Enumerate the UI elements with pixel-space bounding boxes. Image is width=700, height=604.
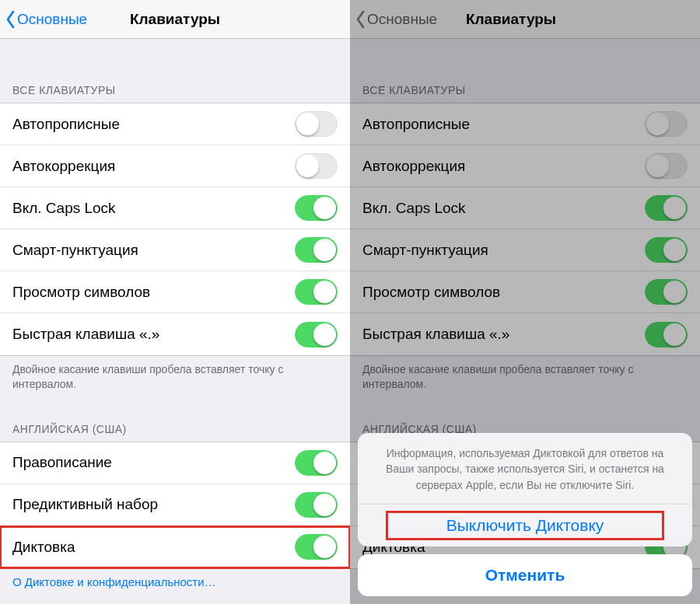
cancel-button[interactable]: Отменить — [358, 554, 692, 596]
row-char-preview[interactable]: Просмотр символов — [0, 271, 350, 313]
row-label: Вкл. Caps Lock — [12, 200, 116, 217]
section-footer-all-keyboards: Двойное касание клавиши пробела вставляе… — [0, 356, 350, 403]
toggle-smart-punct — [645, 237, 688, 263]
back-label: Основные — [367, 11, 437, 28]
settings-pane-right: Основные Клавиатуры ВСЕ КЛАВИАТУРЫ Автоп… — [350, 0, 700, 604]
row-label: Вкл. Caps Lock — [362, 200, 466, 217]
row-period-shortcut[interactable]: Быстрая клавиша «.» — [0, 313, 350, 355]
row-auto-correct: Автокоррекция — [350, 145, 700, 187]
chevron-left-icon — [5, 10, 16, 29]
row-label: Правописание — [12, 454, 112, 471]
toggle-spell-check[interactable] — [295, 450, 338, 476]
toggle-knob — [313, 239, 336, 261]
toggle-knob — [646, 155, 669, 177]
row-auto-correct[interactable]: Автокоррекция — [0, 145, 350, 187]
toggle-period-shortcut[interactable] — [295, 322, 338, 347]
group-all-keyboards: Автопрописные Автокоррекция Вкл. Caps Lo… — [350, 103, 700, 356]
settings-content: ВСЕ КЛАВИАТУРЫ Автопрописные Автокоррекц… — [0, 39, 350, 599]
row-label: Просмотр символов — [362, 284, 500, 301]
toggle-knob — [663, 197, 686, 219]
row-caps-lock: Вкл. Caps Lock — [350, 187, 700, 229]
toggle-smart-punct[interactable] — [295, 237, 338, 263]
disable-dictation-button[interactable]: Выключить Диктовку — [358, 504, 692, 546]
nav-title: Клавиатуры — [130, 11, 220, 28]
chevron-left-icon — [355, 10, 366, 29]
action-sheet-message: Информация, используемая Диктовкой для о… — [358, 433, 692, 504]
row-smart-punct: Смарт-пунктуация — [350, 229, 700, 271]
toggle-auto-correct[interactable] — [295, 153, 338, 179]
group-english: Правописание Предиктивный набор Диктовка — [0, 442, 350, 569]
toggle-auto-correct — [645, 153, 688, 179]
settings-pane-left: Основные Клавиатуры ВСЕ КЛАВИАТУРЫ Автоп… — [0, 0, 350, 604]
toggle-knob — [646, 113, 669, 135]
row-label: Смарт-пунктуация — [12, 242, 138, 259]
row-predictive[interactable]: Предиктивный набор — [0, 484, 350, 526]
toggle-knob — [663, 281, 686, 303]
toggle-auto-caps[interactable] — [295, 111, 338, 137]
toggle-char-preview[interactable] — [295, 279, 338, 305]
nav-bar: Основные Клавиатуры — [350, 0, 700, 39]
back-label: Основные — [17, 11, 87, 28]
row-spell-check[interactable]: Правописание — [0, 442, 350, 484]
section-header-all-keyboards: ВСЕ КЛАВИАТУРЫ — [350, 39, 700, 103]
back-button: Основные — [355, 10, 437, 29]
toggle-period-shortcut — [645, 322, 688, 347]
row-label: Автопрописные — [362, 116, 470, 133]
toggle-knob — [313, 536, 336, 558]
row-label: Диктовка — [12, 539, 75, 556]
nav-bar: Основные Клавиатуры — [0, 0, 350, 39]
back-button[interactable]: Основные — [5, 10, 87, 29]
group-all-keyboards: Автопрописные Автокоррекция Вкл. Caps Lo… — [0, 103, 350, 356]
toggle-knob — [296, 155, 319, 177]
row-label: Смарт-пунктуация — [362, 242, 488, 259]
row-smart-punct[interactable]: Смарт-пунктуация — [0, 229, 350, 271]
toggle-knob — [663, 323, 686, 346]
row-dictation[interactable]: Диктовка — [0, 526, 350, 568]
toggle-knob — [313, 197, 336, 219]
toggle-knob — [313, 281, 336, 303]
section-header-all-keyboards: ВСЕ КЛАВИАТУРЫ — [0, 39, 350, 103]
row-auto-caps[interactable]: Автопрописные — [0, 103, 350, 145]
toggle-caps-lock — [645, 195, 688, 221]
dictation-privacy-link[interactable]: О Диктовке и конфиденциальности… — [0, 569, 350, 599]
toggle-knob — [313, 494, 336, 516]
toggle-dictation[interactable] — [295, 534, 338, 560]
row-char-preview: Просмотр символов — [350, 271, 700, 313]
row-label: Предиктивный набор — [12, 496, 158, 513]
toggle-predictive[interactable] — [295, 492, 338, 518]
action-sheet-card: Информация, используемая Диктовкой для о… — [358, 433, 692, 546]
nav-title: Клавиатуры — [466, 11, 556, 28]
toggle-knob — [663, 239, 686, 261]
row-label: Автокоррекция — [362, 158, 465, 175]
row-label: Автокоррекция — [12, 158, 115, 175]
toggle-knob — [296, 113, 319, 135]
row-label: Быстрая клавиша «.» — [12, 326, 159, 343]
row-label: Автопрописные — [12, 116, 120, 133]
row-caps-lock[interactable]: Вкл. Caps Lock — [0, 187, 350, 229]
toggle-caps-lock[interactable] — [295, 195, 338, 221]
action-sheet: Информация, используемая Диктовкой для о… — [358, 433, 692, 596]
toggle-char-preview — [645, 279, 688, 305]
row-label: Просмотр символов — [12, 284, 150, 301]
toggle-knob — [313, 452, 336, 474]
toggle-auto-caps — [645, 111, 688, 137]
row-auto-caps: Автопрописные — [350, 103, 700, 145]
section-header-english: АНГЛИЙСКАЯ (США) — [0, 403, 350, 442]
row-period-shortcut: Быстрая клавиша «.» — [350, 313, 700, 355]
toggle-knob — [313, 323, 336, 346]
row-label: Быстрая клавиша «.» — [362, 326, 509, 343]
section-footer-all-keyboards: Двойное касание клавиши пробела вставляе… — [350, 356, 700, 403]
